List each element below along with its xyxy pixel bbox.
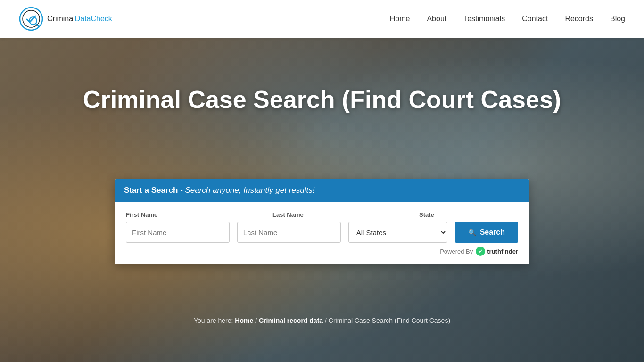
- nav-about[interactable]: About: [427, 15, 446, 23]
- breadcrumb-criminal[interactable]: Criminal record data: [259, 317, 323, 324]
- site-header: CriminalDataCheck Home About Testimonial…: [0, 0, 644, 38]
- form-inputs: All StatesAlabamaAlaskaArizonaArkansasCa…: [126, 222, 518, 243]
- nav-contact[interactable]: Contact: [522, 15, 548, 23]
- nav-home[interactable]: Home: [390, 15, 410, 23]
- breadcrumb: You are here: Home / Criminal record dat…: [0, 317, 644, 324]
- nav-records[interactable]: Records: [565, 15, 593, 23]
- label-first-name: First Name: [126, 211, 265, 218]
- label-state: State: [419, 211, 518, 218]
- breadcrumb-current: Criminal Case Search (Find Court Cases): [329, 317, 450, 324]
- label-last-name: Last Name: [272, 211, 412, 218]
- search-button[interactable]: Search: [455, 222, 518, 243]
- first-name-input[interactable]: [126, 222, 230, 243]
- logo-icon: [19, 7, 43, 31]
- breadcrumb-home[interactable]: Home: [235, 317, 253, 324]
- logo-text: CriminalDataCheck: [47, 15, 112, 23]
- search-form-area: First Name Last Name State All StatesAla…: [115, 202, 529, 264]
- logo[interactable]: CriminalDataCheck: [19, 7, 112, 31]
- last-name-input[interactable]: [237, 222, 341, 243]
- search-header-text: Start a Search - Search anyone, Instantl…: [124, 186, 314, 195]
- powered-by: Powered By ✓ truthfinder: [126, 243, 518, 258]
- main-nav: Home About Testimonials Contact Records …: [390, 15, 625, 23]
- nav-testimonials[interactable]: Testimonials: [463, 15, 505, 23]
- state-select[interactable]: All StatesAlabamaAlaskaArizonaArkansasCa…: [348, 222, 447, 243]
- truthfinder-icon: ✓: [476, 247, 485, 256]
- form-labels: First Name Last Name State: [126, 211, 518, 218]
- search-header-bar: Start a Search - Search anyone, Instantl…: [115, 179, 529, 202]
- truthfinder-badge: ✓ truthfinder: [476, 247, 518, 256]
- hero-section: Criminal Case Search (Find Court Cases) …: [0, 38, 644, 362]
- search-box: Start a Search - Search anyone, Instantl…: [115, 179, 529, 264]
- hero-title: Criminal Case Search (Find Court Cases): [0, 85, 644, 114]
- search-icon: [468, 228, 476, 237]
- nav-blog[interactable]: Blog: [610, 15, 625, 23]
